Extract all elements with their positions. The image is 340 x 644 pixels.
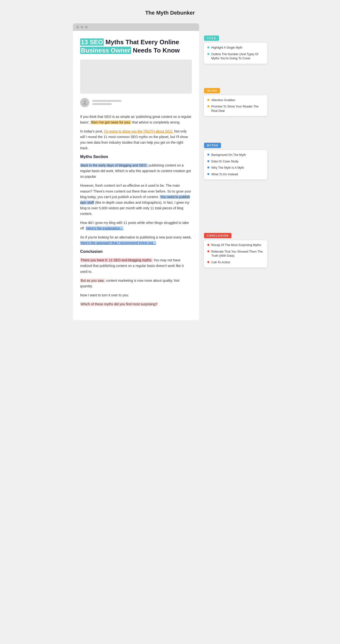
conclusion-p2-highlight: But as you saw, xyxy=(80,278,105,282)
title-annotation: TITLE Highlight A Single Myth Outline Th… xyxy=(204,36,267,64)
title-highlight-owner: Business Owner xyxy=(80,47,131,54)
myths-p2-highlight: You need to publish epic stuff xyxy=(80,195,190,204)
conclusion-annotation: CONCLUSION Recap Of The Most Surprising … xyxy=(204,233,267,268)
intro-annotation-card: Attention Grabber Promise To Show Your R… xyxy=(204,95,267,116)
intro-annotation-item-1: Attention Grabber xyxy=(207,98,264,102)
browser-content: 13 SEO Myths That Every Online Business … xyxy=(73,31,199,320)
title-dot-2 xyxy=(207,53,209,55)
author-date-line xyxy=(92,103,112,105)
intro-p2: In today's post, I'm going to show you t… xyxy=(80,128,192,151)
intro-annotation: INTRO Attention Grabber Promise To Show … xyxy=(204,88,267,116)
myths-dot-2 xyxy=(207,160,209,162)
conclusion-dot-2 xyxy=(207,250,209,252)
myths-annotation-card: Background On The Myth Data Or Case Stud… xyxy=(204,150,267,180)
title-annotation-label: TITLE xyxy=(204,36,219,41)
myths-p2: However, fresh content isn't as effectiv… xyxy=(80,183,192,216)
myths-p3-highlight: Here's the explanation... xyxy=(86,226,123,230)
avatar xyxy=(80,98,89,107)
myths-dot-3 xyxy=(207,166,209,168)
myths-annotation-item-4: What To Do Instead xyxy=(207,172,264,177)
myths-p1: Back in the early days of blogging and S… xyxy=(80,163,192,180)
browser-dot-1 xyxy=(76,26,79,28)
myths-p3: How did I grow my blog with 11 posts whi… xyxy=(80,220,192,231)
title-highlight-seo: 13 SEO xyxy=(80,38,104,46)
article-title: 13 SEO Myths That Every Online Business … xyxy=(80,38,192,55)
conclusion-annotation-item-1: Recap Of The Most Surprising Myths xyxy=(207,243,264,248)
title-annotation-card: Highlight A Single Myth Outline The Numb… xyxy=(204,43,267,64)
conclusion-annotation-card: Recap Of The Most Surprising Myths Reite… xyxy=(204,240,267,268)
myths-p4-highlight: here's the approach that I recommend try… xyxy=(80,241,156,245)
intro-p2-highlight: I'm going to show you the TRUTH about SE… xyxy=(104,129,173,133)
browser-bar xyxy=(73,23,199,31)
myths-dot-4 xyxy=(207,173,209,175)
intro-dot-2 xyxy=(207,105,209,107)
myths-annotation-item-3: Why The Myth Is A Myth xyxy=(207,166,264,170)
conclusion-dot-3 xyxy=(207,261,209,263)
author-row xyxy=(80,98,192,107)
browser-dot-3 xyxy=(85,26,88,28)
intro-p1: If you think that SEO is as simple as 'p… xyxy=(80,114,192,125)
annotations-column: TITLE Highlight A Single Myth Outline Th… xyxy=(199,23,267,320)
myths-annotation: MYTHS Background On The Myth Data Or Cas… xyxy=(204,143,267,180)
article-body: If you think that SEO is as simple as 'p… xyxy=(80,114,192,307)
browser-dot-2 xyxy=(81,26,83,28)
conclusion-heading: Conclusion xyxy=(80,249,192,254)
conclusion-annotation-label: CONCLUSION xyxy=(204,233,231,238)
title-annotation-item-2: Outline The Number (And Type) Of Myths Y… xyxy=(207,52,264,61)
main-container: 13 SEO Myths That Every Online Business … xyxy=(73,23,267,320)
conclusion-p4-highlight: Which of these myths did you find most s… xyxy=(80,302,158,306)
myths-dot-1 xyxy=(207,154,209,156)
title-dot-1 xyxy=(207,46,209,48)
conclusion-p1: There you have it: 11 SEO and blogging m… xyxy=(80,258,192,274)
intro-annotation-item-2: Promise To Show Your Reader The Real Dea… xyxy=(207,104,264,113)
intro-annotation-label: INTRO xyxy=(204,88,220,93)
author-info xyxy=(92,100,121,105)
conclusion-p4: Which of these myths did you find most s… xyxy=(80,302,192,307)
author-name-line xyxy=(92,100,121,102)
intro-p1-highlight: then I've got news for you: xyxy=(91,120,131,124)
myths-annotation-item-2: Data Or Case Study xyxy=(207,160,264,164)
myths-heading: Myths Section xyxy=(80,154,192,159)
myths-p1-highlight: Back in the early days of blogging and S… xyxy=(80,163,148,167)
conclusion-dot-1 xyxy=(207,244,209,246)
myths-annotation-label: MYTHS xyxy=(204,143,221,148)
conclusion-p3: Now I want to turn it over to you: xyxy=(80,292,192,298)
conclusion-annotation-item-2: Reiterate That You Showed Them The Truth… xyxy=(207,250,264,258)
myths-annotation-item-1: Background On The Myth xyxy=(207,153,264,157)
conclusion-annotation-item-3: Call-To-Action xyxy=(207,260,264,265)
browser-mockup: 13 SEO Myths That Every Online Business … xyxy=(73,23,199,320)
title-annotation-item-1: Highlight A Single Myth xyxy=(207,46,264,50)
conclusion-p1-highlight: There you have it: 11 SEO and blogging m… xyxy=(80,258,153,262)
article-image xyxy=(80,60,192,94)
myths-p4: So if you're looking for an alternative … xyxy=(80,234,192,246)
conclusion-p2: But as you saw, content marketing is now… xyxy=(80,278,192,289)
intro-dot-1 xyxy=(207,99,209,101)
page-title: The Myth Debunker xyxy=(145,10,195,16)
page-wrapper: The Myth Debunker 13 SEO Myths That Ever… xyxy=(73,10,267,634)
